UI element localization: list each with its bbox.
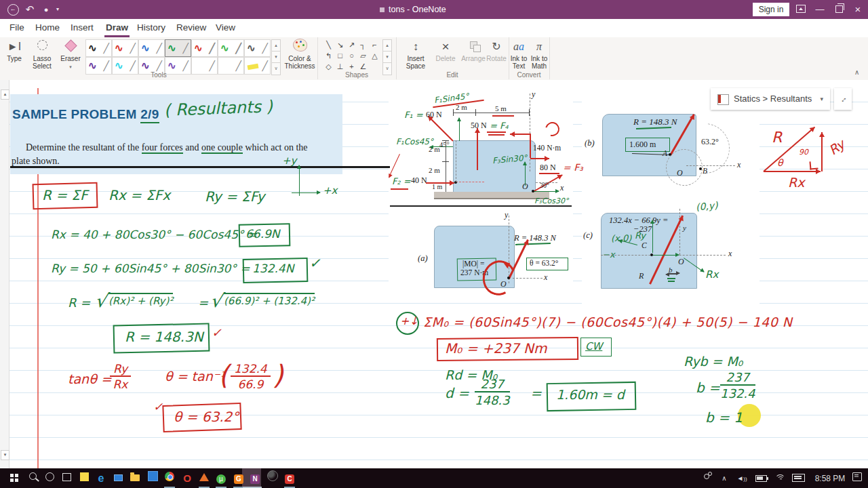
dim-b: b: [669, 266, 673, 274]
back-icon[interactable]: ←: [5, 0, 20, 19]
point-dot: [532, 190, 534, 192]
camtasia-icon[interactable]: C: [281, 470, 298, 487]
pen-green-selected[interactable]: ∿╱: [165, 39, 191, 57]
problem-heading: SAMPLE PROBLEM 2/9: [12, 107, 159, 122]
tab-view[interactable]: View: [214, 19, 237, 37]
theta-value: θ = 63.2°: [530, 259, 558, 267]
pen-green-thick[interactable]: ∿╱: [218, 39, 244, 57]
r-label: R: [639, 271, 644, 281]
ry-equation: Ry = 50 + 60Sin45° + 80Sin30° =: [51, 262, 250, 275]
f3cos-arrow: [533, 191, 559, 192]
touch-keyboard-icon[interactable]: [789, 470, 807, 487]
pen-mode-icon[interactable]: ●: [39, 0, 53, 19]
section-breadcrumb[interactable]: Statics > Resultants ▾: [711, 88, 830, 110]
ink-to-math-button[interactable]: π Ink toMath: [529, 39, 549, 70]
start-button[interactable]: [5, 470, 22, 487]
minimize-icon[interactable]: —: [811, 0, 829, 19]
collapse-ribbon-icon[interactable]: ∧: [854, 68, 859, 76]
rotate-button[interactable]: ↻ Rotate: [484, 39, 509, 62]
photos-app-icon[interactable]: [264, 470, 281, 487]
point-dot: [650, 253, 653, 256]
sign-in-button[interactable]: Sign in: [753, 3, 789, 16]
tab-home[interactable]: Home: [34, 19, 61, 37]
group-shapes: ╲ ↘ ↗ ┐ ⌐ ↰ □ ○ ▱ △ ◇ ⊥ + ∠ ▴ ▾ ∨ Shapes: [317, 37, 397, 79]
shape-parallelogram-icon[interactable]: ▱: [357, 51, 369, 61]
lasso-select-button[interactable]: LassoSelect: [28, 39, 56, 70]
restore-icon[interactable]: [830, 0, 848, 19]
people-icon[interactable]: [698, 470, 715, 487]
task-view-icon[interactable]: [58, 470, 75, 487]
x-axis-dashed: [513, 278, 542, 279]
color-thickness-button[interactable]: Color &Thickness: [282, 39, 317, 70]
scroll-up-icon[interactable]: ▴: [1, 89, 9, 100]
lasso-icon: [28, 39, 56, 55]
shape-arrow-icon[interactable]: ↘: [334, 40, 346, 50]
tab-insert[interactable]: Insert: [69, 19, 95, 37]
wifi-icon[interactable]: [772, 470, 788, 487]
pen-red-thick[interactable]: ∿╱: [191, 39, 218, 57]
ribbon-options-icon[interactable]: [792, 0, 810, 19]
pen-gray[interactable]: ∿╱: [244, 39, 271, 57]
shape-angle-icon[interactable]: ∠: [357, 62, 369, 72]
cortana-icon[interactable]: [41, 470, 58, 487]
shape-corner-icon[interactable]: ┐: [357, 40, 369, 50]
dim-1m: 1 m: [432, 183, 442, 190]
edge-icon[interactable]: e: [93, 470, 109, 487]
scroll-down-icon[interactable]: ▾: [1, 450, 9, 460]
r-formula: R = ΣF: [42, 187, 88, 203]
shape-triangle-icon[interactable]: △: [369, 51, 380, 61]
close-icon[interactable]: ×: [849, 0, 867, 19]
search-icon[interactable]: [24, 470, 41, 487]
ink-to-text-button[interactable]: aa Ink toText: [509, 39, 529, 70]
shape-rect-icon[interactable]: □: [334, 51, 346, 61]
ink-to-text-icon: aa: [509, 39, 529, 55]
speaker-icon[interactable]: ◄)): [734, 470, 750, 487]
tab-history[interactable]: History: [136, 19, 167, 37]
x-axis-label: x: [544, 272, 547, 283]
vertical-scrollbar[interactable]: ▴ ▾: [0, 80, 9, 468]
app-icon: [380, 7, 384, 12]
pen-red[interactable]: ∿╱: [112, 39, 138, 57]
page-canvas[interactable]: SAMPLE PROBLEM 2/9 ( Resultants ) Determ…: [0, 80, 868, 468]
type-button[interactable]: ►IType: [3, 39, 26, 62]
onenote-icon[interactable]: N: [247, 470, 263, 487]
sticky-notes-icon[interactable]: [76, 470, 92, 487]
shape-arrow2-icon[interactable]: ↗: [346, 40, 357, 50]
gom-player-icon[interactable]: G: [231, 470, 247, 487]
matlab-icon[interactable]: [196, 470, 212, 487]
opera-icon[interactable]: O: [179, 470, 195, 487]
utorrent-icon[interactable]: µ: [213, 470, 229, 487]
dim-2m-1: 2 m: [429, 145, 440, 153]
tab-review[interactable]: Review: [175, 19, 208, 37]
chrome-icon[interactable]: [161, 470, 178, 487]
pen-blue[interactable]: ∿╱: [138, 39, 165, 57]
eraser-button[interactable]: Eraser▾: [58, 39, 83, 70]
ryb-equation: Ryb = M₀: [684, 354, 743, 369]
mail-icon[interactable]: [110, 470, 126, 487]
tab-draw[interactable]: Draw: [104, 19, 130, 37]
shape-cross-axes-icon[interactable]: +: [346, 62, 357, 72]
delete-button[interactable]: × Delete: [433, 39, 458, 62]
shape-line-icon[interactable]: ╲: [323, 40, 334, 50]
insert-space-button[interactable]: ↕ InsertSpace: [400, 39, 431, 70]
qat-caret-icon[interactable]: ▾: [53, 0, 62, 19]
tray-chevron-icon[interactable]: ∧: [717, 470, 731, 487]
shape-diamond-icon[interactable]: ◇: [323, 62, 334, 72]
shape-axes-icon[interactable]: ⊥: [334, 62, 346, 72]
shape-elbow-icon[interactable]: ↰: [323, 51, 334, 61]
file-explorer-icon[interactable]: [127, 470, 143, 487]
battery-icon[interactable]: [753, 470, 769, 487]
eraser-caret-icon[interactable]: ▾: [69, 64, 72, 69]
pen-black[interactable]: ∿╱: [85, 39, 112, 57]
notebook-icon: [717, 94, 729, 105]
action-center-icon[interactable]: [849, 470, 865, 487]
movies-app-icon[interactable]: [144, 470, 161, 487]
clock[interactable]: 8:58 PM: [811, 470, 849, 487]
ry-result: 132.4N: [252, 262, 294, 275]
shape-corner2-icon[interactable]: ⌐: [369, 40, 380, 50]
shape-ellipse-icon[interactable]: ○: [346, 51, 357, 61]
d-fraction: 237148.3: [475, 377, 510, 407]
expand-page-button[interactable]: ↔: [834, 88, 852, 110]
tab-file[interactable]: File: [8, 19, 26, 37]
undo-icon[interactable]: ↶: [23, 0, 37, 19]
